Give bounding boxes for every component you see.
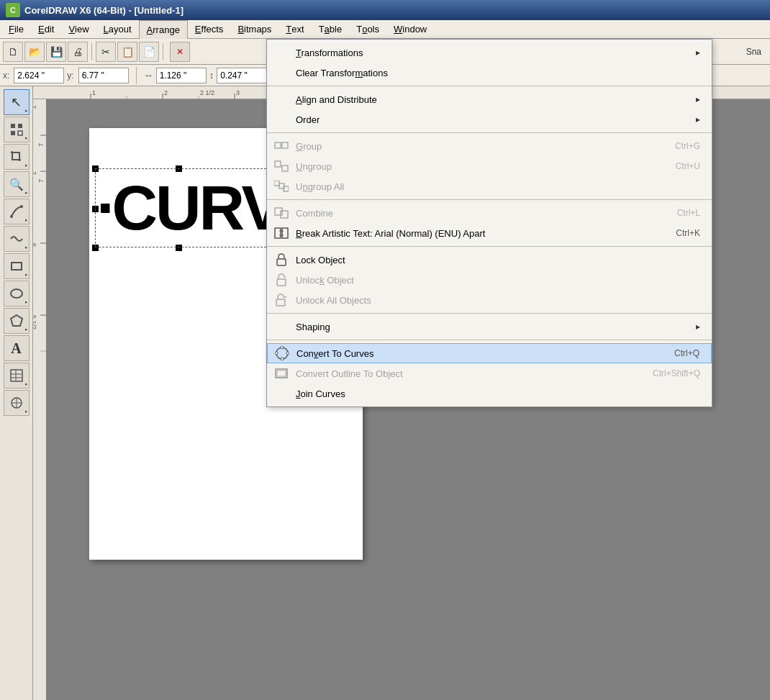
shaping-arrow: ▸ [696,322,700,332]
divider-4 [267,246,712,247]
tool-zoom[interactable]: 🔍 ▸ [4,171,30,197]
menu-file[interactable]: File [1,20,31,39]
svg-point-58 [286,352,289,355]
svg-text:7: 7 [37,179,45,183]
svg-rect-40 [275,161,281,167]
menu-bar: File Edit View Layout Arrange Effects Bi… [0,20,770,39]
ungroup-shortcut: Ctrl+U [647,161,700,171]
divider-3 [267,199,712,200]
unlock-all-icon [273,291,290,309]
menu-item-break-apart[interactable]: Break Artistic Text: Arial (Normal) (ENU… [267,223,712,243]
combine-icon [273,204,290,222]
svg-rect-51 [277,259,286,265]
tool-rect[interactable]: ▸ [4,253,30,279]
break-apart-label: Break Artistic Text: Arial (Normal) (ENU… [296,228,647,239]
clear-transformations-label: Clear Transformations [296,68,700,78]
tool-select[interactable]: ↖ ▸ [4,89,30,115]
menu-item-shaping[interactable]: Shaping ▸ [267,317,712,337]
order-arrow: ▸ [696,114,700,124]
join-curves-label: Join Curves [296,388,700,399]
ruler-v-svg: 7 7 7 7 6 5 1/2 [33,99,46,700]
menu-item-ungroup-all: Ungroup All [267,176,712,196]
tool-node[interactable]: ▸ [4,117,30,142]
title-bar: C CorelDRAW X6 (64-Bit) - [Untitled-1] [0,0,770,20]
tool-freehand[interactable]: ▸ [4,199,30,224]
menu-arrange[interactable]: Arrange [139,20,188,39]
menu-item-order[interactable]: Order ▸ [267,109,712,129]
menu-tools[interactable]: Tools [349,20,386,39]
save-btn[interactable]: 💾 [46,42,66,62]
menu-table[interactable]: Table [312,20,350,39]
menu-item-unlock-all: Unlock All Objects [267,290,712,310]
menu-text[interactable]: Text [278,20,311,39]
svg-rect-26 [33,99,46,700]
menu-layout[interactable]: Layout [96,20,139,39]
x-input[interactable] [14,68,64,83]
svg-point-59 [281,358,284,360]
w-input[interactable] [156,68,207,83]
svg-rect-2 [11,131,15,135]
copy-btn[interactable]: 📋 [117,42,137,62]
svg-rect-54 [276,299,285,306]
open-btn[interactable]: 📂 [24,42,45,62]
coord-sep [136,67,137,84]
ungroup-all-icon [273,178,290,195]
divider-1 [267,86,712,86]
h-input[interactable] [217,68,267,83]
svg-text:2: 2 [164,89,168,96]
break-apart-shortcut: Ctrl+K [647,228,700,238]
svg-rect-6 [12,263,22,270]
shaping-label: Shaping [296,322,696,332]
svg-marker-8 [11,315,22,326]
left-toolbox: ↖ ▸ ▸ ▸ 🔍 ▸ ▸ ▸ ▸ ▸ [0,86,33,700]
ungroup-all-label: Ungroup All [296,181,700,192]
tool-ellipse[interactable]: ▸ [4,281,30,306]
svg-text:7: 7 [33,105,37,109]
tool-table[interactable]: ▸ [4,363,30,388]
paste-btn[interactable]: 📄 [139,42,159,62]
convert-curves-shortcut: Ctrl+Q [646,348,699,358]
unlock-icon [273,271,290,288]
svg-text:7: 7 [37,143,45,147]
curves-icon [273,345,291,362]
menu-bitmaps[interactable]: Bitmaps [230,20,278,39]
menu-item-transformations[interactable]: Transformations ▸ [267,42,712,63]
lock-icon [273,251,290,268]
menu-window[interactable]: Window [386,20,434,39]
convert-outline-shortcut: Ctrl+Shift+Q [624,368,700,378]
new-btn[interactable]: 🗋 [3,42,23,62]
menu-item-convert-to-curves[interactable]: Convert To Curves Ctrl+Q [267,343,712,363]
snap-label: Sna [746,47,761,57]
tool-polygon[interactable]: ▸ [4,308,30,334]
menu-edit[interactable]: Edit [31,20,61,39]
print-btn[interactable]: 🖨 [68,42,88,62]
menu-item-align-distribute[interactable]: Align and Distribute ▸ [267,89,712,109]
svg-rect-42 [274,181,279,186]
y-input[interactable] [78,68,129,83]
ruler-vertical: 7 7 7 7 6 5 1/2 [33,99,46,700]
menu-item-group: Group Ctrl+G [267,136,712,156]
app-title: CorelDRAW X6 (64-Bit) - [Untitled-1] [24,5,184,16]
menu-item-clear-transformations[interactable]: Clear Transformations [267,63,712,83]
svg-rect-52 [277,279,286,286]
tool-fill[interactable]: ▸ [4,390,30,416]
sep1 [91,43,92,60]
cut-btn[interactable]: ✂ [96,42,116,62]
order-label: Order [296,114,696,125]
menu-item-lock-object[interactable]: Lock Object [267,250,712,270]
x-label: x: [3,71,9,81]
tool-smart[interactable]: ▸ [4,226,30,252]
transformations-label: Transformations [296,47,696,58]
svg-text:5 1/2: 5 1/2 [33,315,37,329]
transform-handle-area: ✕ [170,42,190,62]
align-arrow: ▸ [696,94,700,104]
height-icon: ↕ [209,70,214,81]
y-label: y: [67,71,73,81]
menu-item-join-curves[interactable]: Join Curves [267,383,712,404]
convert-outline-label: Convert Outline To Object [296,368,624,379]
tool-crop[interactable]: ▸ [4,144,30,170]
transform-btn[interactable]: ✕ [170,42,190,62]
tool-text[interactable]: A [4,335,30,361]
menu-effects[interactable]: Effects [188,20,231,39]
menu-view[interactable]: View [61,20,96,39]
